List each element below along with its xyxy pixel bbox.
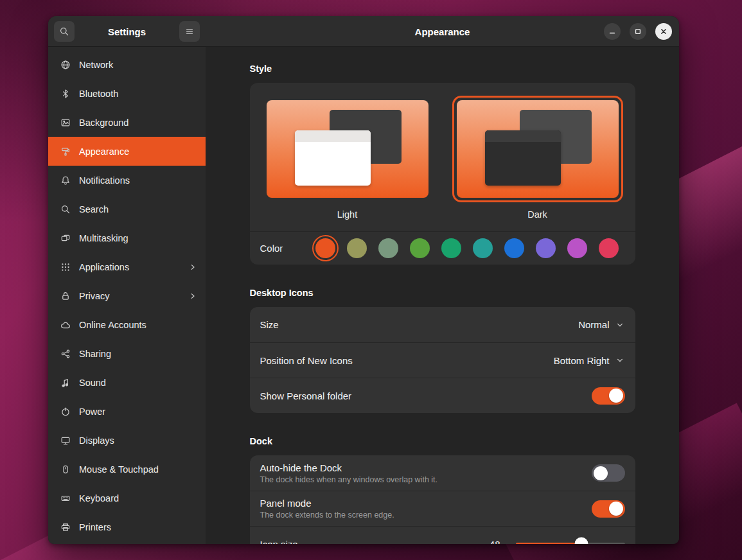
- row-label: Show Personal folder: [260, 390, 352, 401]
- network-icon: [60, 60, 71, 70]
- toggle-knob: [609, 389, 623, 403]
- sidebar-item-label: Network: [79, 60, 113, 70]
- color-swatch-3[interactable]: [410, 238, 430, 258]
- menu-button[interactable]: [179, 21, 200, 42]
- sidebar-item-label: Applications: [79, 262, 129, 272]
- size-dropdown[interactable]: Normal: [578, 319, 624, 330]
- maximize-button[interactable]: [630, 23, 646, 40]
- appearance-icon: [60, 146, 71, 157]
- sidebar-item-label: Search: [79, 204, 109, 214]
- preview-front-window: [295, 130, 371, 186]
- color-swatch-1[interactable]: [347, 238, 367, 258]
- desktop-wallpaper: Settings NetworkBluetoothBackgroundAppea…: [0, 0, 742, 560]
- main-panel: Appearance Style Light Dark: [206, 16, 679, 544]
- privacy-icon: [60, 291, 71, 301]
- theme-thumbnail-light: [267, 100, 428, 198]
- window-controls: [604, 23, 672, 40]
- sidebar-item-label: Displays: [79, 435, 114, 446]
- sidebar-item-search[interactable]: Search: [48, 195, 206, 223]
- theme-thumbnail-border: [452, 96, 623, 202]
- close-button[interactable]: [655, 23, 672, 40]
- sidebar-item-privacy[interactable]: Privacy: [48, 281, 206, 310]
- position-of-new-icons-row[interactable]: Position of New Icons Bottom Right: [250, 342, 635, 378]
- theme-option-light[interactable]: Light: [262, 96, 433, 220]
- maximize-icon: [633, 27, 642, 36]
- color-swatch-6[interactable]: [504, 238, 524, 258]
- show-personal-folder-toggle[interactable]: [592, 387, 625, 405]
- sidebar: Settings NetworkBluetoothBackgroundAppea…: [48, 16, 206, 544]
- power-icon: [60, 407, 71, 417]
- sidebar-item-power[interactable]: Power: [48, 397, 206, 426]
- settings-window: Settings NetworkBluetoothBackgroundAppea…: [48, 16, 679, 544]
- auto-hide-the-dock-row[interactable]: Auto-hide the DockThe dock hides when an…: [250, 455, 635, 491]
- sidebar-item-mouse-touchpad[interactable]: Mouse & Touchpad: [48, 455, 206, 484]
- sidebar-item-label: Multitasking: [79, 233, 128, 243]
- color-swatch-0[interactable]: [315, 238, 335, 258]
- toggle-knob: [609, 502, 623, 516]
- dropdown-value: Normal: [578, 319, 609, 330]
- sidebar-item-appearance[interactable]: Appearance: [48, 137, 206, 166]
- mouse-icon: [60, 464, 71, 475]
- icon-size-slider[interactable]: [516, 543, 625, 545]
- color-swatch-2[interactable]: [378, 238, 398, 258]
- minimize-button[interactable]: [604, 23, 621, 40]
- color-swatch-9[interactable]: [599, 238, 619, 258]
- keyboard-icon: [60, 493, 71, 503]
- chevron-right-icon: [188, 291, 198, 301]
- panel-mode-row[interactable]: Panel modeThe dock extends to the screen…: [250, 491, 635, 526]
- sidebar-item-keyboard[interactable]: Keyboard: [48, 484, 206, 512]
- desktop-icons-section-title: Desktop Icons: [250, 288, 635, 298]
- auto-hide-the-dock-toggle[interactable]: [592, 464, 625, 482]
- sidebar-item-sound[interactable]: Sound: [48, 368, 206, 397]
- sidebar-item-bluetooth[interactable]: Bluetooth: [48, 79, 206, 108]
- sidebar-item-applications[interactable]: Applications: [48, 252, 206, 281]
- sidebar-item-network[interactable]: Network: [48, 50, 206, 79]
- close-icon: [659, 27, 668, 36]
- sidebar-item-label: Appearance: [79, 146, 129, 157]
- row-label: Auto-hide the Dock: [260, 462, 438, 473]
- row-label: Position of New Icons: [260, 355, 353, 366]
- sidebar-item-multitasking[interactable]: Multitasking: [48, 223, 206, 252]
- sidebar-item-notifications[interactable]: Notifications: [48, 166, 206, 195]
- sidebar-item-sharing[interactable]: Sharing: [48, 339, 206, 368]
- displays-icon: [60, 435, 71, 446]
- position-of-new-icons-dropdown[interactable]: Bottom Right: [554, 355, 625, 366]
- row-subtitle: The dock extends to the screen edge.: [260, 511, 394, 520]
- search-icon: [60, 204, 71, 214]
- color-swatch-5[interactable]: [473, 238, 493, 258]
- printers-icon: [60, 522, 71, 532]
- icon-size-row[interactable]: Icon size 48: [250, 526, 635, 544]
- background-icon: [60, 118, 71, 128]
- dropdown-value: Bottom Right: [554, 355, 610, 366]
- titlebar[interactable]: Appearance: [206, 16, 679, 47]
- sound-icon: [60, 378, 71, 388]
- panel-mode-toggle[interactable]: [592, 500, 625, 518]
- color-swatch-7[interactable]: [536, 238, 556, 258]
- row-text: Icon size: [260, 539, 298, 545]
- sidebar-item-printers[interactable]: Printers: [48, 512, 206, 541]
- style-card: Light Dark Color: [250, 83, 635, 265]
- size-row[interactable]: Size Normal: [250, 307, 635, 342]
- color-swatches: [315, 238, 619, 258]
- row-label: Size: [260, 319, 279, 330]
- preview-window-titlebar: [485, 130, 561, 142]
- sidebar-item-label: Power: [79, 407, 105, 417]
- preview-front-window: [485, 130, 561, 186]
- color-swatch-8[interactable]: [567, 238, 587, 258]
- sidebar-item-displays[interactable]: Displays: [48, 426, 206, 455]
- search-button[interactable]: [54, 21, 75, 42]
- show-personal-folder-row[interactable]: Show Personal folder: [250, 378, 635, 413]
- theme-option-dark[interactable]: Dark: [452, 96, 623, 220]
- slider-group: 48: [490, 539, 625, 545]
- dock-card: Auto-hide the DockThe dock hides when an…: [250, 455, 635, 544]
- online-accounts-icon: [60, 320, 71, 330]
- chevron-down-icon: [615, 320, 625, 330]
- row-label: Icon size: [260, 539, 298, 545]
- dock-section-title: Dock: [250, 436, 635, 446]
- sidebar-item-online-accounts[interactable]: Online Accounts: [48, 310, 206, 339]
- menu-icon: [184, 26, 195, 37]
- sidebar-item-background[interactable]: Background: [48, 108, 206, 137]
- color-swatch-4[interactable]: [441, 238, 461, 258]
- slider-knob[interactable]: [574, 538, 588, 545]
- sidebar-item-label: Sharing: [79, 349, 111, 359]
